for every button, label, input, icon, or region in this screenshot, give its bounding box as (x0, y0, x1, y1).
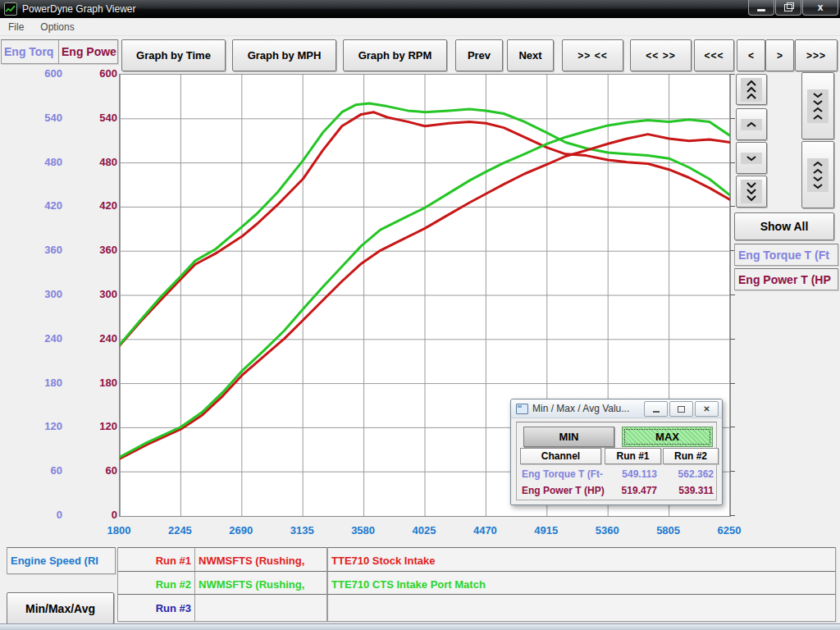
y-axis-tick-label: 180 (16, 377, 62, 389)
minimize-icon (757, 9, 765, 11)
chevrons-bottom-icon (741, 180, 762, 203)
x-axis-tick-label: 4470 (473, 524, 497, 536)
minimize-icon (653, 411, 660, 413)
x-axis-channel-label[interactable]: Engine Speed (RI (7, 547, 116, 574)
restore-icon (678, 406, 685, 413)
zoom-x-in-button[interactable]: >> << (562, 39, 623, 71)
scroll-right-button[interactable]: > (765, 39, 794, 71)
y-axis-tick-label: 60 (16, 464, 62, 477)
window-frame-bottom (0, 623, 840, 630)
x-axis-tick-label: 2690 (229, 524, 253, 536)
y-axis-tick-label: 480 (16, 156, 62, 168)
scroll-up-button[interactable] (736, 108, 767, 140)
y-axis-tick-label: 240 (72, 332, 117, 345)
restore-icon (784, 4, 792, 11)
scroll-far-right-button[interactable]: >>> (795, 39, 838, 71)
channel-label-torque[interactable]: Eng Torque T (Ft (734, 244, 838, 266)
prev-button[interactable]: Prev (455, 39, 503, 71)
zoom-y-out-button[interactable] (801, 141, 834, 208)
zoom-y-in-button[interactable] (801, 72, 834, 139)
minmax-restore-button[interactable] (669, 401, 693, 417)
axis-tick-mark (730, 339, 735, 340)
graph-by-rpm-button[interactable]: Graph by RPM (343, 39, 447, 71)
y-axis-tick-label: 0 (72, 509, 117, 521)
y-axis-tick-label: 420 (72, 199, 117, 212)
max-button[interactable]: MAX (622, 427, 713, 447)
y-axis-tick-label: 600 (72, 67, 117, 80)
column-header-run2[interactable]: Run #2 (663, 448, 719, 464)
minmaxavg-button[interactable]: Min/Max/Avg (7, 592, 114, 624)
close-icon: x (818, 2, 824, 13)
run3-dyno-field[interactable] (194, 594, 327, 622)
y-axis-tick-label: 60 (72, 464, 117, 477)
x-axis-tick-label: 5360 (596, 524, 619, 536)
y-axis-tick-label: 540 (72, 112, 117, 124)
chevrons-converge-icon (807, 89, 829, 123)
maximize-button[interactable] (775, 0, 801, 16)
y-axis-tick-label: 480 (72, 156, 117, 168)
axis-tick-mark (730, 118, 735, 119)
x-axis-tick-label: 4025 (413, 524, 436, 536)
chevrons-top-icon (741, 78, 762, 102)
minmax-row-run2-value: 562.362 (663, 468, 714, 480)
graph-by-mph-button[interactable]: Graph by MPH (232, 39, 336, 71)
minmax-minimize-button[interactable] (644, 401, 668, 417)
axis-tick-mark (730, 427, 735, 427)
menu-options[interactable]: Options (32, 18, 82, 35)
zoom-x-out-button[interactable]: << >> (630, 39, 692, 71)
x-axis-tick-label: 2245 (168, 524, 192, 536)
window-title-bar: PowerDyne Graph Viewer x (0, 0, 840, 18)
x-axis-tick-label: 6250 (718, 524, 742, 536)
y-axis-tick-label: 600 (16, 67, 62, 80)
axis-tick-mark (730, 206, 735, 207)
menu-bar: File Options (0, 18, 840, 36)
x-axis-tick-label: 4915 (534, 524, 558, 536)
y-axis-tick-label: 300 (72, 288, 117, 300)
y-axis-tick-label: 360 (16, 244, 62, 256)
scroll-far-left-button[interactable]: <<< (694, 39, 734, 71)
minimize-button[interactable] (748, 0, 774, 16)
scroll-left-button[interactable]: < (737, 39, 765, 71)
x-axis-tick-label: 3135 (290, 524, 314, 536)
y-axis-tick-label: 120 (72, 420, 117, 432)
x-axis-tick-label: 5805 (656, 524, 680, 536)
y-axis-tick-label: 540 (16, 112, 62, 124)
column-header-run1[interactable]: Run #1 (605, 448, 661, 464)
close-button[interactable]: x (802, 0, 838, 16)
run3-label[interactable]: Run #3 (117, 594, 197, 622)
y-axis-tick-label: 240 (16, 332, 62, 345)
show-all-button[interactable]: Show All (734, 212, 834, 240)
y-axis-tick-label: 420 (16, 199, 62, 212)
y-axis-tick-label: 300 (16, 288, 62, 300)
y-axis-tick-label: 180 (72, 377, 117, 389)
minmax-row-channel: Eng Power T (HP) (522, 485, 605, 496)
menu-file[interactable]: File (0, 18, 32, 35)
axis-header-torque[interactable]: Eng Torq (1, 39, 59, 64)
column-header-channel[interactable]: Channel (520, 448, 601, 464)
close-icon: ✕ (703, 404, 710, 413)
axis-tick-mark (730, 294, 735, 295)
y-axis-tick-label: 120 (16, 420, 62, 432)
scroll-down-button[interactable] (736, 142, 767, 174)
axis-tick-mark (730, 515, 735, 516)
x-axis-tick-label: 1800 (107, 524, 131, 536)
next-button[interactable]: Next (507, 39, 554, 71)
channel-label-power[interactable]: Eng Power T (HP (734, 268, 838, 290)
axis-tick-mark (730, 471, 735, 472)
minmax-row-run1-value: 519.477 (605, 485, 657, 496)
axis-tick-mark (730, 74, 735, 75)
run3-description-field[interactable] (327, 594, 836, 622)
minmax-row-channel: Eng Torque T (Ft- (522, 468, 603, 480)
minmax-row-run2-value: 539.311 (663, 485, 714, 496)
minmax-window-icon (516, 404, 528, 414)
scroll-top-button[interactable] (736, 74, 767, 105)
minmax-window[interactable]: Min / Max / Avg Valu... ✕ MIN MAX Channe… (510, 399, 723, 505)
min-button[interactable]: MIN (523, 427, 614, 447)
minmax-window-title-bar[interactable]: Min / Max / Avg Valu... ✕ (511, 399, 722, 418)
scroll-bottom-button[interactable] (736, 176, 767, 208)
minmax-close-button[interactable]: ✕ (695, 401, 719, 417)
graph-by-time-button[interactable]: Graph by Time (121, 39, 226, 71)
axis-header-power[interactable]: Eng Powe (58, 39, 118, 64)
axis-tick-mark (730, 383, 735, 384)
axis-tick-mark (730, 162, 735, 163)
